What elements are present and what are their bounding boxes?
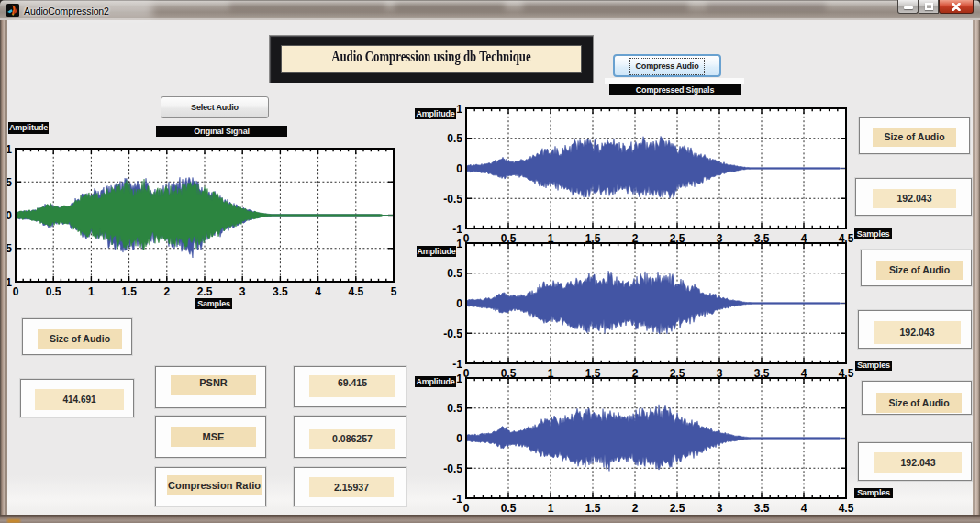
svg-text:3: 3 (239, 284, 246, 297)
svg-text:1: 1 (456, 373, 462, 385)
svg-text:4.5: 4.5 (348, 284, 363, 297)
svg-text:2: 2 (163, 284, 170, 297)
svg-text:2: 2 (632, 502, 639, 515)
svg-text:-1: -1 (452, 358, 462, 371)
svg-text:0: 0 (463, 502, 470, 515)
svg-text:0.5: 0.5 (447, 132, 462, 145)
svg-text:4: 4 (801, 502, 807, 515)
svg-text:0.5: 0.5 (46, 284, 61, 297)
svg-text:0.5: 0.5 (447, 267, 462, 280)
svg-text:4: 4 (315, 284, 321, 297)
svg-text:-0.5: -0.5 (443, 328, 462, 340)
svg-text:1.5: 1.5 (585, 502, 601, 515)
svg-text:5: 5 (391, 284, 397, 297)
svg-text:3.5: 3.5 (754, 502, 770, 515)
svg-text:0.5: 0.5 (447, 402, 462, 415)
svg-text:1: 1 (548, 502, 554, 515)
svg-text:1: 1 (88, 284, 95, 297)
svg-text:1: 1 (456, 238, 462, 250)
svg-text:4.5: 4.5 (839, 502, 854, 515)
svg-text:2.5: 2.5 (197, 284, 213, 297)
svg-text:1.5: 1.5 (121, 284, 137, 297)
svg-text:3.5: 3.5 (273, 284, 288, 297)
svg-text:0: 0 (456, 162, 462, 175)
svg-text:0: 0 (13, 284, 19, 297)
svg-text:2.5: 2.5 (670, 502, 685, 515)
svg-text:3: 3 (717, 502, 723, 515)
svg-text:1: 1 (456, 103, 462, 116)
svg-text:-0.5: -0.5 (443, 462, 462, 475)
svg-text:-1: -1 (452, 493, 462, 506)
svg-text:-1: -1 (452, 223, 462, 236)
svg-text:-0.5: -0.5 (443, 193, 462, 206)
svg-text:0: 0 (456, 297, 462, 310)
svg-text:0.5: 0.5 (501, 502, 517, 515)
svg-text:0: 0 (456, 432, 462, 445)
